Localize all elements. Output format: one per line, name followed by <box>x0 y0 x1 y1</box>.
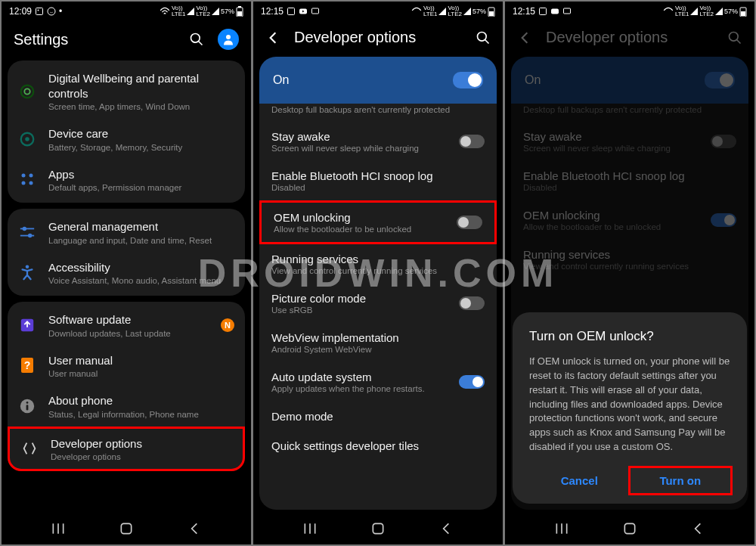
search-icon[interactable] <box>189 32 204 47</box>
turn-on-button[interactable]: Turn on <box>628 466 733 495</box>
whatsapp-icon <box>47 7 56 16</box>
svg-rect-53 <box>624 523 634 533</box>
recents-button[interactable] <box>51 521 66 536</box>
nav-bar <box>253 513 503 544</box>
item-apps[interactable]: AppsDefault apps, Permission manager <box>8 160 245 200</box>
manual-icon: ? <box>20 357 35 374</box>
back-icon <box>517 30 532 45</box>
svg-point-37 <box>478 32 487 41</box>
toggle-auto-update[interactable] <box>459 375 485 389</box>
battery-icon <box>739 6 747 17</box>
battery-icon <box>488 6 495 17</box>
on-label: On <box>273 73 289 87</box>
signal-icon <box>715 8 723 15</box>
svg-rect-0 <box>36 8 43 15</box>
row-quick-settings-tiles[interactable]: Quick settings developer tiles <box>259 431 497 461</box>
item-software-update[interactable]: Software updateDownload updates, Last up… <box>8 305 245 346</box>
master-toggle[interactable] <box>453 72 483 88</box>
recents-button[interactable] <box>302 521 318 536</box>
svg-line-38 <box>485 39 489 43</box>
signal-icon <box>690 8 698 15</box>
svg-point-48 <box>730 32 739 41</box>
svg-rect-31 <box>121 523 131 533</box>
accessibility-icon <box>19 264 36 281</box>
svg-rect-45 <box>564 8 571 14</box>
wellbeing-icon <box>19 83 36 100</box>
update-badge: N <box>221 318 234 332</box>
dialog-body: If OEM unlock is turned on, your phone w… <box>529 355 730 454</box>
row-stay-awake[interactable]: Stay awakeScreen will never sleep while … <box>259 122 497 161</box>
youtube-icon <box>550 7 559 16</box>
update-icon <box>19 317 36 333</box>
search-icon[interactable] <box>476 30 491 45</box>
back-button[interactable] <box>690 521 705 536</box>
back-button[interactable] <box>438 521 454 536</box>
settings-group: Software updateDownload updates, Last up… <box>8 302 245 471</box>
svg-rect-5 <box>237 11 242 16</box>
oem-unlock-dialog: Turn on OEM unlock? If OEM unlock is tur… <box>513 312 747 504</box>
row-running-services[interactable]: Running servicesView and control current… <box>259 244 497 284</box>
svg-point-26 <box>26 402 29 404</box>
toggle-picture-color[interactable] <box>459 296 485 310</box>
row-bt-snoop: Enable Bluetooth HCI snoop logDisabled <box>511 161 748 200</box>
item-accessibility[interactable]: AccessibilityVoice Assistant, Mono audio… <box>8 253 245 293</box>
row-picture-color[interactable]: Picture color modeUse sRGB <box>259 284 497 323</box>
svg-point-20 <box>28 234 32 238</box>
svg-point-1 <box>38 10 39 11</box>
svg-point-6 <box>191 34 200 43</box>
item-developer-options[interactable]: Developer optionsDeveloper options <box>8 427 245 472</box>
back-icon[interactable] <box>265 30 280 45</box>
row-auto-update[interactable]: Auto update systemApply updates when the… <box>259 362 497 402</box>
nav-bar <box>2 513 251 544</box>
svg-point-18 <box>23 226 26 231</box>
item-user-manual[interactable]: ? User manualUser manual <box>8 346 245 386</box>
status-bar: 12:15 Vo))LTE1 Vo))LTE2 57% <box>253 2 503 21</box>
back-button[interactable] <box>187 521 202 536</box>
item-device-care[interactable]: Device careBattery, Storage, Memory, Sec… <box>8 119 245 160</box>
row-webview[interactable]: WebView implementationAndroid System Web… <box>259 323 497 362</box>
home-button[interactable] <box>370 521 386 536</box>
master-toggle-row[interactable]: On <box>259 57 497 104</box>
svg-text:?: ? <box>24 359 31 371</box>
home-button[interactable] <box>622 521 637 536</box>
master-toggle-row: On <box>511 57 748 104</box>
row-demo-mode[interactable]: Demo mode <box>259 402 497 431</box>
info-icon <box>19 398 36 414</box>
item-about-phone[interactable]: About phoneStatus, Legal information, Ph… <box>8 386 245 427</box>
toggle-stay-awake[interactable] <box>459 135 485 148</box>
row-oem-unlocking: OEM unlockingAllow the bootloader to be … <box>511 200 748 240</box>
cancel-button[interactable]: Cancel <box>529 468 630 493</box>
row-oem-unlocking[interactable]: OEM unlockingAllow the bootloader to be … <box>259 200 497 244</box>
svg-point-8 <box>226 35 231 39</box>
clock: 12:15 <box>513 6 535 17</box>
svg-point-12 <box>25 137 29 141</box>
status-bar: 12:09 • Vo))LTE1 Vo))LTE2 57% <box>2 2 251 21</box>
svg-point-10 <box>24 88 29 94</box>
home-button[interactable] <box>119 521 134 536</box>
profile-avatar[interactable] <box>218 29 239 50</box>
item-digital-wellbeing[interactable]: Digital Wellbeing and parental controlsS… <box>8 64 245 119</box>
wifi-icon <box>411 7 422 16</box>
status-right: Vo))LTE1 Vo))LTE2 57% <box>411 5 495 17</box>
battery-pct: 57% <box>221 8 234 15</box>
toggle-oem-unlock[interactable] <box>457 216 482 229</box>
item-general-management[interactable]: General managementLanguage and input, Da… <box>8 212 245 253</box>
svg-line-49 <box>737 39 741 43</box>
clock: 12:15 <box>261 6 284 17</box>
dialog-title: Turn on OEM unlock? <box>529 329 730 344</box>
header: Developer options <box>505 21 754 54</box>
status-right: Vo))LTE1 Vo))LTE2 57% <box>160 5 243 17</box>
svg-rect-47 <box>741 11 745 16</box>
svg-rect-32 <box>288 8 295 15</box>
row-running-services: Running servicesView and control current… <box>511 240 748 279</box>
dev-icon <box>21 440 38 457</box>
battery-pct: 57% <box>724 8 738 15</box>
sliders-icon <box>19 225 36 240</box>
dev-options-list: Desktop full backups aren't currently pr… <box>259 104 497 510</box>
svg-point-21 <box>26 265 29 269</box>
recents-button[interactable] <box>554 521 569 536</box>
svg-point-15 <box>22 181 26 185</box>
page-title: Developer options <box>546 29 714 46</box>
row-bt-snoop[interactable]: Enable Bluetooth HCI snoop logDisabled <box>259 161 497 200</box>
svg-rect-27 <box>26 405 29 410</box>
